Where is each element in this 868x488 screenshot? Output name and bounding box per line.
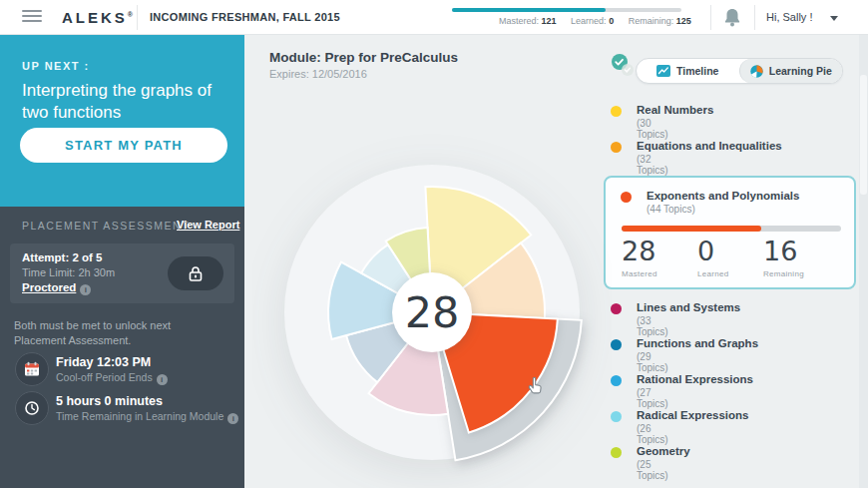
legend-dot	[611, 106, 622, 117]
legend-dot	[611, 142, 622, 153]
legend-dot	[621, 192, 632, 203]
timeline-icon	[656, 65, 670, 77]
legend-topics: (29 Topics)	[637, 351, 668, 373]
tab-learning-pie[interactable]: Learning Pie	[739, 59, 843, 83]
aleks-app: ALEKS® INCOMING FRESHMAN, FALL 2015 Mast…	[0, 0, 868, 488]
slice-learned-label: Learned	[697, 269, 728, 278]
up-next-panel: UP NEXT : Interpreting the graphs of two…	[0, 35, 244, 207]
legend-dot	[611, 303, 622, 314]
tab-timeline-label: Timeline	[676, 65, 718, 77]
placement-assessment-panel: PLACEMENT ASSESSMENT View Report Attempt…	[0, 207, 244, 488]
objectives-check-badge-icon	[609, 52, 639, 80]
calendar-icon	[15, 352, 49, 386]
view-report-link[interactable]: View Report	[177, 219, 239, 231]
aleks-logo: ALEKS®	[62, 9, 133, 26]
learning-pie-chart[interactable]: 28	[252, 133, 612, 488]
legend-dot	[611, 375, 622, 386]
overall-progress-fill	[452, 8, 606, 12]
legend-label: Radical Expressions	[637, 409, 856, 421]
legend-topics: (33 Topics)	[637, 315, 668, 337]
cooloff-time: Friday 12:03 PM	[56, 355, 151, 369]
legend-label: Real Numbers	[637, 104, 856, 116]
legend-label: Functions and Graphs	[637, 337, 856, 349]
cooloff-label: Cool-off Period Endsi	[56, 371, 168, 385]
legend-topics: (30 Topics)	[637, 118, 668, 140]
attempt-panel: Attempt: 2 of 5 Time Limit: 2h 30m Proct…	[10, 244, 234, 303]
remaining-label: Remaining:	[629, 16, 674, 26]
learned-label: Learned:	[571, 16, 607, 26]
chevron-down-icon[interactable]	[830, 16, 838, 21]
legend-label: Lines and Systems	[637, 301, 856, 313]
slice-progress-fill	[622, 226, 761, 232]
module-title: Module: Prep for PreCalculus	[269, 50, 458, 65]
info-icon[interactable]: i	[157, 374, 168, 385]
clock-icon	[15, 391, 49, 425]
slice-mastered-value: 28	[622, 236, 655, 266]
module-expires: Expires: 12/05/2016	[269, 68, 367, 80]
pie-center-count: 28	[405, 287, 460, 337]
registered-mark: ®	[128, 11, 133, 18]
unlock-note: Both must be met to unlock next Placemen…	[14, 318, 223, 348]
slice-mastered-label: Mastered	[622, 269, 657, 278]
lock-icon	[188, 265, 204, 281]
start-my-path-button[interactable]: START MY PATH	[20, 128, 227, 163]
overall-progress-bar	[452, 8, 681, 12]
view-toggle: Timeline Learning Pie	[636, 58, 843, 84]
up-next-topic-title: Interpreting the graphs of two functions	[22, 80, 221, 124]
legend-topics: (44 Topics)	[647, 204, 695, 215]
up-next-label: UP NEXT :	[22, 60, 90, 72]
user-menu[interactable]: Hi, Sally !	[766, 11, 812, 23]
top-bar: ALEKS® INCOMING FRESHMAN, FALL 2015 Mast…	[0, 0, 868, 35]
hamburger-menu-icon[interactable]	[22, 10, 42, 24]
scrollbar-thumb[interactable]	[860, 75, 867, 195]
legend-dot	[611, 447, 622, 458]
tab-learning-pie-label: Learning Pie	[769, 65, 832, 77]
learned-value: 0	[609, 16, 614, 26]
remaining-value: 125	[676, 16, 691, 26]
tab-timeline[interactable]: Timeline	[637, 59, 739, 83]
learning-pie-icon	[750, 65, 763, 78]
divider	[137, 5, 138, 30]
mouse-cursor	[527, 375, 545, 399]
slice-remaining-value: 16	[763, 236, 797, 266]
legend-label: Geometry	[637, 445, 856, 457]
legend-label: Rational Expressions	[637, 373, 856, 385]
proctored-link[interactable]: Proctoredi	[22, 281, 91, 295]
overall-progress-labels: Mastered: 121 Learned: 0 Remaining: 125	[499, 16, 703, 26]
legend-item-exponents-selected[interactable]: Exponents and Polynomials (44 Topics) 28…	[604, 176, 856, 289]
legend-topics: (27 Topics)	[637, 387, 668, 409]
mastered-label: Mastered:	[499, 16, 539, 26]
info-icon[interactable]: i	[227, 413, 238, 424]
divider	[754, 5, 755, 30]
locked-assessment-button[interactable]	[168, 256, 223, 290]
divider	[710, 5, 711, 30]
time-limit: Time Limit: 2h 30m	[22, 266, 115, 278]
legend-topics: (26 Topics)	[637, 423, 668, 445]
mastered-value: 121	[542, 16, 557, 26]
info-icon[interactable]: i	[80, 284, 91, 295]
notifications-bell-icon[interactable]	[722, 7, 742, 29]
attempt-count: Attempt: 2 of 5	[22, 251, 103, 263]
legend-label: Exponents and Polynomials	[647, 190, 799, 202]
time-remaining-value: 5 hours 0 minutes	[56, 394, 163, 408]
slice-remaining-label: Remaining	[763, 269, 804, 278]
slice-learned-value: 0	[697, 236, 714, 266]
legend-label: Equations and Inequalities	[637, 140, 856, 152]
slice-progress-bar	[622, 226, 841, 232]
placement-assessment-title: PLACEMENT ASSESSMENT	[22, 220, 190, 232]
time-remaining-label: Time Remaining in Learning Modulei	[56, 410, 238, 424]
scrollbar[interactable]	[859, 35, 868, 488]
legend-topics: (25 Topics)	[637, 459, 668, 481]
class-name: INCOMING FRESHMAN, FALL 2015	[150, 11, 340, 23]
legend-dot	[611, 339, 622, 350]
legend-dot	[611, 411, 622, 422]
legend-topics: (32 Topics)	[637, 154, 668, 176]
